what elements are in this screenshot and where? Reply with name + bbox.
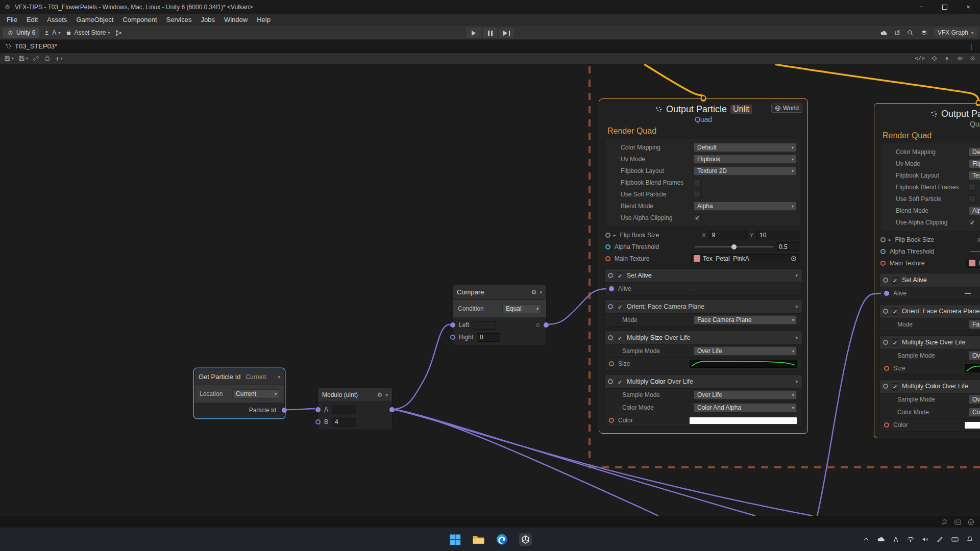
onedrive-icon[interactable] <box>875 531 887 547</box>
link-icon[interactable] <box>33 55 39 62</box>
main-texture-port[interactable] <box>880 261 886 266</box>
menu-item-component[interactable]: Component <box>118 14 161 26</box>
chevron-down-icon[interactable]: ▾ <box>385 392 388 397</box>
layout-dropdown[interactable]: VFX Graph ▾ <box>934 28 977 38</box>
file-explorer-button[interactable] <box>468 529 488 549</box>
ime-language-indicator[interactable]: A <box>890 531 902 547</box>
use-alpha-clipping-checkbox[interactable]: ✓ <box>969 219 976 226</box>
a-input-port[interactable] <box>315 407 321 412</box>
tray-chevron-up-icon[interactable] <box>860 531 872 547</box>
compile-icon[interactable] <box>944 55 950 62</box>
uv-mode-dropdown[interactable]: Flipbook▾ <box>694 155 796 164</box>
uv-mode-dropdown[interactable]: Flipbook <box>969 159 980 168</box>
node-modulo-uint[interactable]: Modulo (uint) ⚙ ▾ A B 4 <box>317 387 393 430</box>
code-view-icon[interactable]: </> <box>915 56 925 62</box>
block-enabled-checkbox[interactable]: ✓ <box>892 308 898 315</box>
context-shading-setting[interactable]: Unlit <box>730 105 752 114</box>
flipbook-blend-frames-checkbox[interactable] <box>969 184 976 191</box>
block-multiply-color-over-life[interactable]: ✓Multiply Color Over Life▾ Sample Mode O… <box>604 374 802 427</box>
block-port[interactable] <box>883 384 888 389</box>
sample-mode-dropdown[interactable]: Over Life▾ <box>694 390 797 399</box>
menu-item-jobs[interactable]: Jobs <box>196 14 219 26</box>
minimize-button[interactable]: − <box>910 0 933 14</box>
location-dropdown[interactable]: Current ▾ <box>232 389 279 398</box>
sample-mode-dropdown[interactable]: Over Life▾ <box>694 346 797 356</box>
block-enabled-checkbox[interactable]: ✓ <box>617 272 623 279</box>
tab-menu-icon[interactable]: ⋮ <box>968 42 975 51</box>
mute-notifications-icon[interactable] <box>941 518 948 526</box>
foldout-arrow-icon[interactable]: ▸ <box>889 237 891 242</box>
add-button[interactable]: + ▾ <box>55 55 62 62</box>
right-field[interactable]: 0 <box>477 333 500 342</box>
blend-mode-dropdown[interactable]: Alpha <box>969 206 980 215</box>
version-control-button[interactable] <box>115 29 122 37</box>
asset-store-button[interactable]: Asset Store ▾ <box>65 29 110 36</box>
block-multiply-color-over-life[interactable]: ✓Multiply Color Over Life Sample Mode Ov… <box>879 379 980 432</box>
visibility-icon[interactable] <box>957 55 963 62</box>
right-input-port[interactable] <box>450 335 455 340</box>
a-field[interactable] <box>332 406 356 414</box>
color-input-port[interactable] <box>884 422 889 428</box>
block-port[interactable] <box>608 304 613 309</box>
color-mode-dropdown[interactable]: Color And Alpha <box>969 408 980 417</box>
history-icon[interactable]: ↺ <box>894 29 900 37</box>
compare-output-port[interactable] <box>544 322 549 328</box>
menu-item-services[interactable]: Services <box>162 14 197 26</box>
maximize-button[interactable] <box>933 0 957 14</box>
lock-icon[interactable] <box>44 55 51 62</box>
block-port[interactable] <box>608 335 613 340</box>
left-input-port[interactable] <box>450 322 455 328</box>
b-field[interactable]: 4 <box>332 418 356 427</box>
node-get-particle-id[interactable]: Get Particle Id Current ▾ Location Curre… <box>194 368 285 418</box>
pause-button[interactable] <box>483 28 497 38</box>
play-button[interactable] <box>467 28 481 38</box>
vfx-graph-canvas[interactable]: Get Particle Id Current ▾ Location Curre… <box>0 64 980 516</box>
use-alpha-clipping-checkbox[interactable]: ✓ <box>694 214 701 221</box>
block-set-alive[interactable]: ✓Set Alive Alive — <box>879 273 980 300</box>
block-orient-face-camera[interactable]: ✓Orient: Face Camera Plane▾ Mode Face Ca… <box>604 299 802 327</box>
condition-dropdown[interactable]: Equal ▾ <box>502 304 541 313</box>
notifications-icon[interactable] <box>964 531 976 547</box>
modulo-output-port[interactable] <box>389 407 395 412</box>
b-input-port[interactable] <box>315 419 321 424</box>
flipbook-layout-dropdown[interactable]: Texture 2D▾ <box>694 166 796 176</box>
space-badge[interactable]: World <box>771 104 802 113</box>
tab-t03-step03[interactable]: T03_STEP03* <box>15 42 57 50</box>
chevron-down-icon[interactable]: ▾ <box>795 304 798 309</box>
chevron-down-icon[interactable]: ▾ <box>795 335 798 340</box>
orient-mode-dropdown[interactable]: Face Camera Plane▾ <box>694 315 797 324</box>
edge-particleid-to-modulo-a[interactable] <box>285 409 315 410</box>
block-multiply-size-over-life[interactable]: ✓Multiply Size Over Life Sample Mode Ove… <box>879 335 980 375</box>
alpha-threshold-port[interactable] <box>880 249 886 254</box>
main-texture-port[interactable] <box>605 256 610 261</box>
size-input-port[interactable] <box>609 361 614 366</box>
sample-mode-dropdown[interactable]: Over Life <box>969 395 980 404</box>
block-enabled-checkbox[interactable]: ✓ <box>892 277 898 284</box>
size-curve-field[interactable] <box>690 360 797 368</box>
pen-icon[interactable] <box>934 531 946 547</box>
output-particle-context-2[interactable]: Output Particle Unlit Quad Render Quad C… <box>874 103 980 438</box>
block-enabled-checkbox[interactable]: ✓ <box>617 304 623 310</box>
touch-keyboard-icon[interactable] <box>949 531 961 547</box>
color-gradient-field[interactable] <box>965 422 980 429</box>
gear-icon[interactable]: ⚙ <box>377 391 383 398</box>
alpha-threshold-slider[interactable] <box>970 248 980 255</box>
alive-input-port[interactable] <box>884 291 889 296</box>
context-header[interactable]: Output Particle Unlit Quad <box>874 104 980 129</box>
block-enabled-checkbox[interactable]: ✓ <box>617 379 623 385</box>
output-particle-context[interactable]: Output Particle Unlit World Quad Render … <box>599 98 808 434</box>
alpha-threshold-field[interactable]: 0.5 <box>776 242 799 251</box>
alive-input-port[interactable] <box>609 286 614 291</box>
block-orient-face-camera[interactable]: ✓Orient: Face Camera Plane Mode Face Cam… <box>879 304 980 331</box>
menu-item-window[interactable]: Window <box>219 14 252 26</box>
size-curve-field[interactable] <box>965 364 980 372</box>
flipbook-layout-dropdown[interactable]: Texture 2D <box>969 171 980 180</box>
wifi-icon[interactable] <box>904 531 917 547</box>
node-compare[interactable]: Compare ⚙ ▾ Condition Equal ▾ Left Right… <box>452 284 547 345</box>
console-icon[interactable] <box>954 518 962 526</box>
left-field[interactable] <box>473 321 496 330</box>
block-port[interactable] <box>608 379 613 384</box>
gear-icon[interactable]: ⚙ <box>531 289 537 296</box>
search-icon[interactable] <box>906 29 914 37</box>
block-port[interactable] <box>883 278 888 283</box>
